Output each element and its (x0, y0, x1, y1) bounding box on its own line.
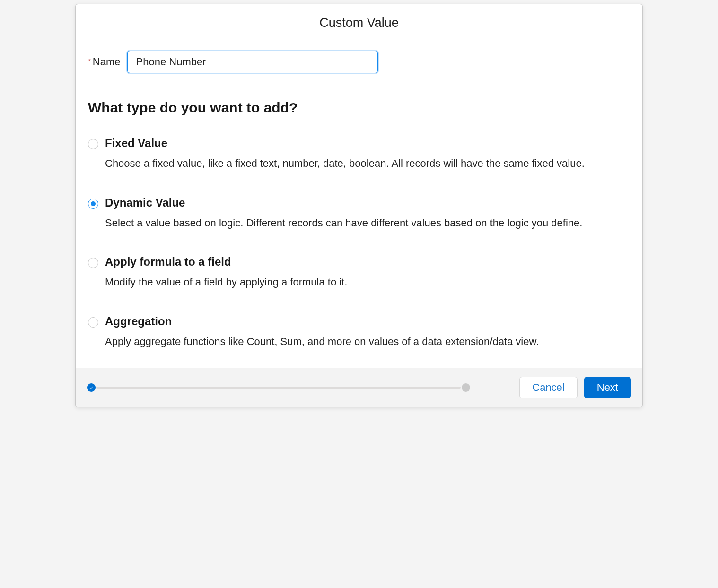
radio-dynamic-value[interactable] (88, 199, 98, 209)
radio-apply-formula[interactable] (88, 258, 98, 268)
option-desc: Select a value based on logic. Different… (105, 216, 582, 230)
radio-aggregation[interactable] (88, 317, 98, 328)
option-content: Aggregation Apply aggregate functions li… (105, 315, 539, 349)
option-fixed-value[interactable]: Fixed Value Choose a fixed value, like a… (88, 137, 630, 171)
radio-fixed-value[interactable] (88, 139, 98, 149)
option-aggregation[interactable]: Aggregation Apply aggregate functions li… (88, 315, 630, 349)
next-button[interactable]: Next (584, 377, 631, 398)
option-content: Apply formula to a field Modify the valu… (105, 255, 347, 289)
option-title: Aggregation (105, 315, 539, 328)
option-content: Dynamic Value Select a value based on lo… (105, 196, 582, 230)
option-apply-formula[interactable]: Apply formula to a field Modify the valu… (88, 255, 630, 289)
modal-header: Custom Value (76, 4, 642, 40)
required-indicator: * (88, 57, 91, 65)
name-input[interactable] (127, 51, 378, 73)
progress-line (96, 387, 461, 389)
step-2-pending-icon (462, 383, 470, 392)
custom-value-modal: Custom Value * Name What type do you wan… (75, 4, 643, 407)
option-desc: Modify the value of a field by applying … (105, 275, 347, 289)
name-label: Name (93, 56, 121, 68)
option-title: Apply formula to a field (105, 255, 347, 268)
type-options: Fixed Value Choose a fixed value, like a… (88, 137, 630, 349)
type-section-heading: What type do you want to add? (88, 100, 630, 116)
option-desc: Choose a fixed value, like a fixed text,… (105, 156, 585, 171)
footer-buttons: Cancel Next (519, 377, 631, 398)
cancel-button[interactable]: Cancel (519, 377, 577, 398)
modal-title: Custom Value (76, 16, 642, 30)
progress-indicator (87, 383, 470, 392)
name-field-row: * Name (88, 51, 630, 73)
modal-footer: Cancel Next (76, 368, 642, 407)
modal-body: * Name What type do you want to add? Fix… (76, 40, 642, 368)
option-title: Fixed Value (105, 137, 585, 150)
option-dynamic-value[interactable]: Dynamic Value Select a value based on lo… (88, 196, 630, 230)
option-desc: Apply aggregate functions like Count, Su… (105, 335, 539, 349)
option-title: Dynamic Value (105, 196, 582, 209)
step-1-done-icon (87, 383, 96, 392)
option-content: Fixed Value Choose a fixed value, like a… (105, 137, 585, 171)
